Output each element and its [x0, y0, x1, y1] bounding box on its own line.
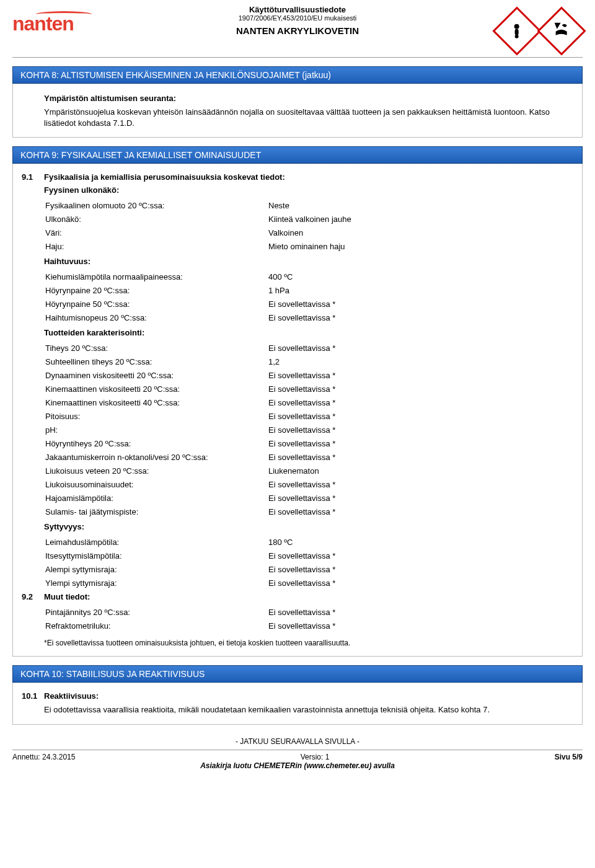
heading-appearance: Fyysinen ulkonäkö:: [44, 185, 573, 195]
property-value: Ei sovellettavissa *: [268, 425, 573, 435]
section-10-text: Ei odotettavissa vaarallisia reaktioita,…: [44, 704, 573, 715]
property-value: Ei sovellettavissa *: [268, 565, 573, 574]
property-key: Haihtumisnopeus 20 ºC:ssa:: [45, 313, 268, 322]
regulation-text: 1907/2006/EY,453/2010/EU mukaisesti: [99, 14, 496, 22]
property-row: Haju:Mieto ominainen haju: [45, 239, 573, 253]
property-row: Suhteellinen tiheys 20 ºC:ssa:1,2: [45, 355, 573, 368]
section-10-1-title: Reaktiivisuus:: [44, 691, 99, 701]
heading-characterization: Tuotteiden karakterisointi:: [44, 328, 573, 337]
property-key: Kinemaattinen viskositeetti 20 ºC:ssa:: [45, 384, 268, 394]
property-row: Hajoamislämpötila:Ei sovellettavissa *: [45, 491, 573, 505]
svg-rect-1: [515, 29, 519, 35]
property-value: 1,2: [268, 357, 573, 366]
property-value: Ei sovellettavissa *: [268, 507, 573, 516]
property-key: Fysikaalinen olomuoto 20 ºC:ssa:: [45, 201, 268, 210]
property-value: Ei sovellettavissa *: [268, 343, 573, 353]
section-9-2-title: Muut tiedot:: [44, 592, 90, 601]
property-key: Höyrynpaine 20 ºC:ssa:: [45, 286, 268, 295]
section-9-1-num: 9.1: [22, 172, 39, 182]
property-key: Hajoamislämpötila:: [45, 494, 268, 503]
property-key: Jakaantumiskerroin n-oktanoli/vesi 20 ºC…: [45, 453, 268, 462]
page-header: nanten Käyttöturvallisuustiedote 1907/20…: [12, 0, 583, 58]
property-row: Fysikaalinen olomuoto 20 ºC:ssa:Neste: [45, 198, 573, 212]
property-row: Refraktometriluku:Ei sovellettavissa *: [45, 619, 573, 632]
property-value: Ei sovellettavissa *: [268, 494, 573, 503]
property-value: Ei sovellettavissa *: [268, 371, 573, 380]
section-9-2-num: 9.2: [22, 592, 39, 601]
property-value: Mieto ominainen haju: [268, 242, 573, 251]
document-type: Käyttöturvallisuustiedote: [99, 5, 496, 14]
property-value: Ei sovellettavissa *: [268, 453, 573, 462]
property-row: Pitoisuus:Ei sovellettavissa *: [45, 409, 573, 423]
section-9-footnote: *Ei sovellettavissa tuotteen ominaisuuks…: [44, 639, 573, 647]
property-key: Liukoisuus veteen 20 ºC:ssa:: [45, 466, 268, 476]
footer-generator: Asiakirja luotu CHEMETERin (www.chemeter…: [12, 761, 583, 777]
property-key: Suhteellinen tiheys 20 ºC:ssa:: [45, 357, 268, 366]
property-key: Refraktometriluku:: [45, 621, 268, 631]
property-key: Haju:: [45, 242, 268, 251]
property-key: Kinemaattinen viskositeetti 40 ºC:ssa:: [45, 398, 268, 407]
property-key: Ulkonäkö:: [45, 215, 268, 224]
property-row: Kinemaattinen viskositeetti 40 ºC:ssa:Ei…: [45, 396, 573, 409]
section-8-header: KOHTA 8: ALTISTUMISEN EHKÄISEMINEN JA HE…: [12, 66, 583, 84]
section-8-text: Ympäristönsuojelua koskevan yhteisön lai…: [44, 107, 573, 128]
property-value: Ei sovellettavissa *: [268, 313, 573, 322]
property-key: Sulamis- tai jäätymispiste:: [45, 507, 268, 516]
issued-label: Annettu:: [12, 753, 42, 761]
property-key: Pintajännitys 20 ºC:ssa:: [45, 608, 268, 617]
property-value: Kiinteä valkoinen jauhe: [268, 215, 573, 224]
property-row: Höyrynpaine 20 ºC:ssa:1 hPa: [45, 283, 573, 297]
property-row: Höyrynpaine 50 ºC:ssa:Ei sovellettavissa…: [45, 297, 573, 311]
property-value: Ei sovellettavissa *: [268, 299, 573, 309]
property-key: Kiehumislämpötila normaalipaineessa:: [45, 272, 268, 281]
section-9-body: 9.1 Fysikaalisia ja kemiallisia perusomi…: [12, 164, 583, 657]
footer-bar: Annettu: 24.3.2015 Versio: 1 Sivu 5/9: [12, 750, 583, 761]
property-key: Väri:: [45, 228, 268, 237]
property-value: Liukenematon: [268, 466, 573, 476]
property-row: Liukoisuusominaisuudet:Ei sovellettaviss…: [45, 477, 573, 491]
property-row: Dynaaminen viskositeetti 20 ºC:ssa:Ei so…: [45, 368, 573, 382]
property-value: Ei sovellettavissa *: [268, 608, 573, 617]
property-key: Höyrynpaine 50 ºC:ssa:: [45, 299, 268, 309]
version-value: 1: [325, 753, 330, 761]
property-value: Ei sovellettavissa *: [268, 412, 573, 421]
property-key: Itsesyttymislämpötila:: [45, 551, 268, 560]
property-value: Ei sovellettavissa *: [268, 578, 573, 588]
property-row: Jakaantumiskerroin n-oktanoli/vesi 20 ºC…: [45, 450, 573, 464]
property-value: Ei sovellettavissa *: [268, 384, 573, 394]
svg-point-2: [515, 35, 519, 38]
property-row: pH:Ei sovellettavissa *: [45, 423, 573, 436]
section-10-header: KOHTA 10: STABIILISUUS JA REAKTIIVISUUS: [12, 665, 583, 683]
property-value: Ei sovellettavissa *: [268, 398, 573, 407]
property-key: Alempi syttymisraja:: [45, 565, 268, 574]
property-key: Höyryntiheys 20 ºC:ssa:: [45, 439, 268, 448]
heading-flammability: Syttyvyys:: [44, 522, 573, 531]
property-row: Liukoisuus veteen 20 ºC:ssa:Liukenematon: [45, 464, 573, 477]
property-row: Alempi syttymisraja:Ei sovellettavissa *: [45, 562, 573, 576]
section-10-1-num: 10.1: [22, 691, 39, 701]
section-10-body: 10.1 Reaktiivisuus: Ei odotettavissa vaa…: [12, 683, 583, 725]
version-label: Versio:: [301, 753, 325, 761]
section-9-header: KOHTA 9: FYSIKAALISET JA KEMIALLISET OMI…: [12, 146, 583, 164]
property-value: 400 ºC: [268, 272, 573, 281]
property-row: Itsesyttymislämpötila:Ei sovellettavissa…: [45, 549, 573, 562]
heading-volatility: Haihtuvuus:: [44, 257, 573, 266]
property-value: 180 ºC: [268, 538, 573, 547]
property-value: Neste: [268, 201, 573, 210]
product-name: NANTEN AKRYYLIKOVETIN: [99, 25, 496, 36]
page-value: 5/9: [572, 753, 583, 761]
property-key: Leimahduslämpötila:: [45, 538, 268, 547]
property-key: Dynaaminen viskositeetti 20 ºC:ssa:: [45, 371, 268, 380]
property-row: Höyryntiheys 20 ºC:ssa:Ei sovellettaviss…: [45, 436, 573, 450]
property-row: Tiheys 20 ºC:ssa:Ei sovellettavissa *: [45, 341, 573, 355]
property-key: Liukoisuusominaisuudet:: [45, 480, 268, 489]
section-8-body: Ympäristön altistumisen seuranta: Ympäri…: [12, 84, 583, 138]
property-row: Kinemaattinen viskositeetti 20 ºC:ssa:Ei…: [45, 382, 573, 396]
property-row: Ulkonäkö:Kiinteä valkoinen jauhe: [45, 212, 573, 226]
section-8-subheading: Ympäristön altistumisen seuranta:: [44, 94, 573, 103]
svg-point-0: [514, 24, 519, 29]
hazard-environment-icon: [537, 6, 586, 55]
hazard-icon-group: [496, 5, 583, 55]
property-row: Ylempi syttymisraja:Ei sovellettavissa *: [45, 576, 573, 590]
property-value: Ei sovellettavissa *: [268, 480, 573, 489]
